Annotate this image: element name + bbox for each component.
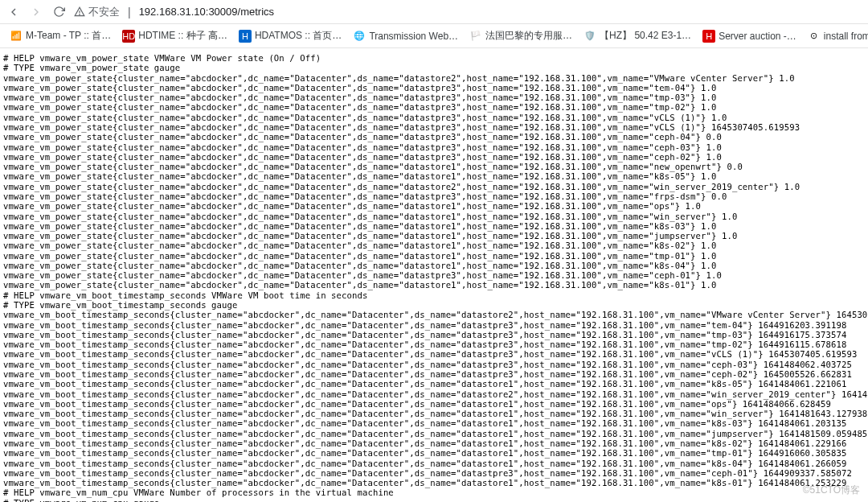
browser-toolbar: 不安全 | 192.168.31.10:30009/metrics [0, 0, 868, 24]
bookmark-item[interactable]: 🛡️【HZ】 50.42 E3-1… [580, 27, 694, 44]
bookmark-label: 法国巴黎的专用服… [485, 29, 572, 43]
insecure-label: 不安全 [88, 5, 120, 19]
favicon: 🌐 [353, 30, 366, 43]
forward-button[interactable] [29, 5, 43, 19]
metrics-output: # HELP vmware_vm_power_state VMWare VM P… [0, 48, 868, 502]
warning-icon [74, 6, 85, 18]
bookmark-label: HDATMOS :: 首页… [255, 29, 342, 43]
favicon: 🏳️ [469, 30, 482, 43]
security-indicator[interactable]: 不安全 [74, 5, 120, 19]
bookmark-label: Server auction -… [719, 31, 796, 42]
favicon: 🛡️ [583, 30, 596, 43]
bookmarks-bar: 📶M-Team - TP :: 首…HDHDTIME :: 种子 高…HHDAT… [0, 24, 868, 48]
watermark: ©51CTO博客 [803, 483, 860, 497]
bookmark-label: HDTIME :: 种子 高… [138, 29, 227, 43]
bookmark-label: M-Team - TP :: 首… [26, 29, 111, 43]
bookmark-item[interactable]: 🌐Transmission Web… [350, 28, 461, 44]
bookmark-item[interactable]: 📶M-Team - TP :: 首… [6, 27, 114, 44]
bookmark-item[interactable]: 🏳️法国巴黎的专用服… [466, 27, 575, 44]
back-button[interactable] [6, 5, 21, 19]
bookmark-label: Transmission Web… [369, 31, 458, 42]
favicon: 📶 [10, 30, 23, 43]
bookmark-item[interactable]: HDHDTIME :: 种子 高… [119, 27, 231, 44]
bookmark-label: 【HZ】 50.42 E3-1… [600, 29, 691, 43]
bookmark-label: install from zip · r… [824, 31, 868, 42]
bookmark-item[interactable]: HServer auction -… [699, 28, 800, 44]
favicon: H [239, 30, 252, 43]
reload-button[interactable] [51, 5, 66, 19]
favicon: ⊙ [808, 30, 821, 43]
bookmark-item[interactable]: HHDATMOS :: 首页… [235, 27, 345, 44]
address-bar[interactable]: 192.168.31.10:30009/metrics [139, 6, 274, 18]
favicon: HD [122, 30, 135, 43]
favicon: H [702, 30, 715, 43]
bookmark-item[interactable]: ⊙install from zip · r… [805, 28, 868, 44]
svg-point-1 [80, 14, 80, 14]
